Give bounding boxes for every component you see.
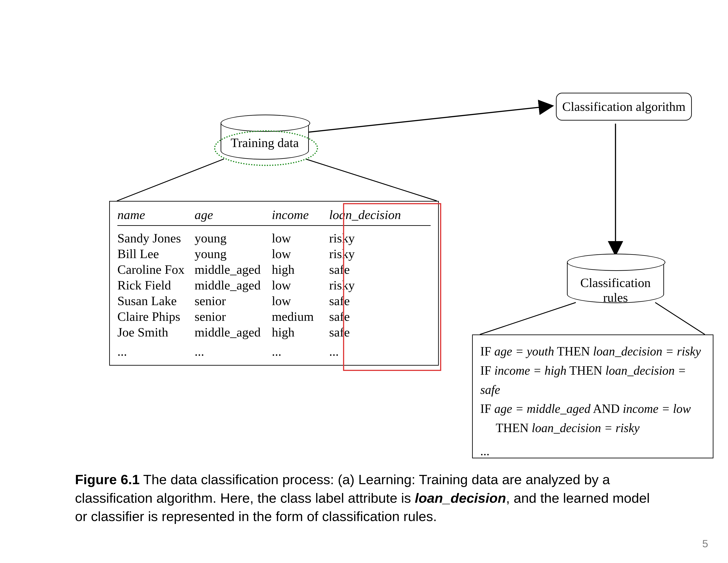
slide-page: Training data Classification algorithm n… — [0, 0, 728, 563]
col-header-name: name — [117, 207, 195, 222]
rule-line: IF income = high THEN loan_decision = sa… — [480, 361, 705, 399]
rule-line: IF age = middle_aged AND income = low — [480, 399, 705, 418]
svg-line-5 — [655, 303, 705, 335]
figure-caption: Figure 6.1 The data classification proce… — [75, 470, 653, 526]
classification-rules-box: IF age = youth THEN loan_decision = risk… — [472, 335, 713, 458]
col-header-income: income — [272, 207, 329, 222]
classification-rules-label: Classification rules — [568, 275, 663, 305]
classification-rules-cylinder: Classification rules — [567, 261, 664, 303]
page-number: 5 — [702, 538, 708, 550]
green-highlight-oval — [214, 130, 318, 166]
rule-ellipsis: ... — [480, 442, 705, 461]
col-header-age: age — [195, 207, 272, 222]
red-highlight-box — [343, 203, 441, 371]
svg-line-0 — [306, 106, 552, 132]
svg-line-4 — [480, 303, 576, 335]
caption-emph: loan_decision — [415, 490, 506, 506]
svg-line-3 — [306, 159, 437, 201]
classification-algorithm-box: Classification algorithm — [556, 93, 692, 120]
rule-line: THEN loan_decision = risky — [480, 418, 705, 438]
rule-line: IF age = youth THEN loan_decision = risk… — [480, 342, 705, 361]
svg-line-2 — [117, 159, 224, 201]
caption-lead: Figure 6.1 — [75, 472, 140, 487]
